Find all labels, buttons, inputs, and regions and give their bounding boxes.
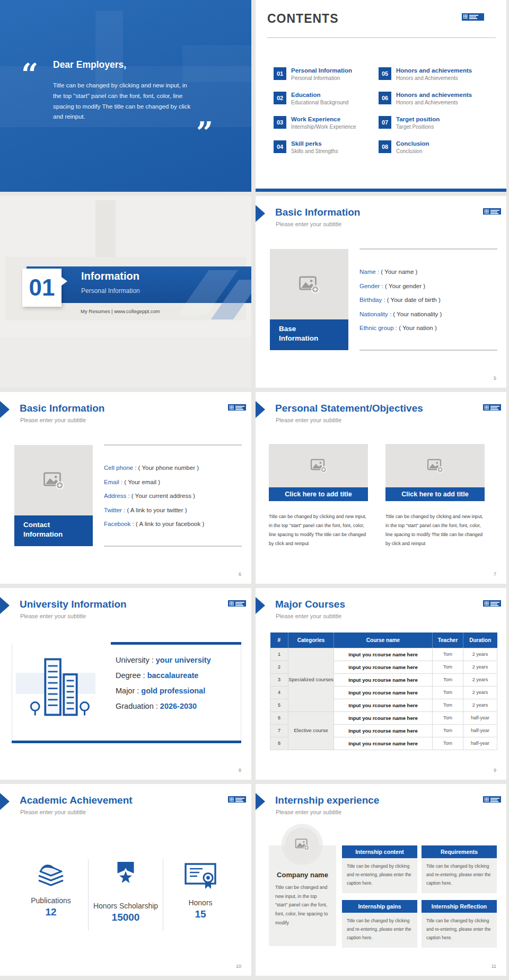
slide-university-info[interactable]: University Information Please enter your… (0, 588, 251, 780)
cover-title: Dear Employers, (53, 59, 126, 70)
field-row: Facebook : ( A link to your facebook ) (104, 521, 242, 535)
slide-personal-statement[interactable]: Personal Statement/Objectives Please ent… (256, 392, 506, 584)
column-header: Teacher (433, 632, 463, 648)
brand-logo-icon (483, 404, 501, 411)
stat-label: Honors Scholarship (89, 902, 163, 910)
add-title-button[interactable]: Click here to add title (269, 487, 368, 501)
detail-row: University : your university (116, 656, 211, 664)
cell-course: Input you rcourse name here (334, 737, 433, 750)
title-arrow-icon (256, 401, 265, 418)
page-subtitle: Please enter your subtitle (276, 417, 341, 423)
detail-value: gold professional (141, 687, 205, 695)
label-box: Base Information (270, 319, 348, 350)
fields-panel: Name : ( Your name ) Gender : ( Your gen… (359, 248, 497, 351)
cell-course: Input you rcourse name here (334, 661, 433, 673)
photo-placeholder[interactable] (385, 444, 485, 487)
field-row: Ethnic group : ( Your nation ) (359, 325, 497, 339)
toc-item[interactable]: 04 Skill perks Skills and Strengths (274, 140, 379, 154)
page-number: 8 (239, 768, 241, 773)
books-icon (34, 861, 68, 888)
page-subtitle: Please enter your subtitle (276, 221, 341, 227)
page-number: 11 (492, 964, 496, 969)
statement-block: Click here to add title Title can be cha… (385, 444, 485, 549)
photo-placeholder[interactable] (270, 249, 348, 319)
toc-item[interactable]: 05 Honors and achievements Honors and Ac… (379, 67, 484, 81)
slide-internship-experience[interactable]: Internship experience Please enter your … (256, 784, 506, 976)
cell-category: Elective course (288, 711, 334, 750)
open-quote-mark: “ (21, 59, 38, 89)
toc-item-title: Skill perks (291, 140, 338, 147)
page-title: University Information (20, 599, 127, 610)
toc-item[interactable]: 07 Target position Target Positions (379, 116, 484, 130)
cell-teacher: Tom (433, 686, 463, 699)
cell-number: 1 (270, 648, 288, 661)
field-row: Cell phone : ( Your phone number ) (104, 465, 242, 479)
photo-placeholder[interactable] (269, 444, 368, 487)
page-number: 9 (494, 768, 496, 773)
slide-basic-info-contact[interactable]: Basic Information Please enter your subt… (0, 392, 251, 584)
company-photo-placeholder[interactable] (285, 827, 319, 861)
slide-cover-quote[interactable]: “ Dear Employers, Title can be changed b… (0, 0, 251, 192)
cell-number: 3 (270, 673, 288, 686)
cell-course: Input you rcourse name here (334, 673, 433, 686)
university-building-icon (24, 656, 98, 719)
close-quote-mark: ” (196, 118, 213, 147)
column-header: Categories (288, 632, 334, 648)
toc-item-title: Personal Information (291, 67, 352, 74)
slide-basic-info-base[interactable]: Basic Information Please enter your subt… (256, 196, 506, 388)
fields-panel: Cell phone : ( Your phone number ) Email… (104, 444, 242, 547)
field-colon: : (133, 465, 138, 471)
slide-section-cover[interactable]: 01 Information Personal Information My R… (0, 196, 251, 388)
card-header: Internship content (342, 845, 417, 858)
brand-logo-icon (228, 404, 246, 411)
slide-major-courses[interactable]: Major Courses Please enter your subtitle… (256, 588, 506, 780)
slide-contents[interactable]: CONTENTS 01 Personal Information Persona… (256, 0, 506, 192)
toc-number-badge: 05 (379, 67, 391, 80)
detail-value: baccalaureate (147, 671, 199, 680)
toc-item[interactable]: 03 Work Experience Internship/Work Exper… (274, 116, 379, 130)
field-value: ( Your gender ) (385, 283, 425, 289)
image-placeholder-icon (310, 457, 327, 474)
stat-label: Honors (163, 898, 238, 907)
field-label: Birthday (359, 297, 382, 303)
building-silhouette (0, 337, 251, 388)
table-header-row: # Categories Course name Teacher Duratio… (270, 632, 497, 648)
achievement-stats: Publications 12 Honors Scholarship 15000… (14, 859, 238, 931)
cell-number: 8 (270, 737, 288, 750)
photo-placeholder[interactable] (14, 445, 93, 515)
toc-number-badge: 02 (274, 92, 286, 104)
section-number: 01 (22, 269, 62, 307)
building-silhouette (182, 45, 251, 82)
detail-colon: : (135, 687, 141, 695)
toc-number-badge: 08 (379, 140, 391, 153)
company-name: Company name (269, 871, 336, 879)
cell-course: Input you rcourse name here (334, 648, 433, 661)
toc-item[interactable]: 08 Conclusion Conclusion (379, 140, 484, 154)
toc-number-badge: 04 (274, 140, 286, 153)
footer-text: My Resumes | www.collegeppt.com (81, 308, 160, 314)
detail-value: your university (156, 656, 211, 664)
cell-duration: 2 years (463, 661, 497, 673)
toc-item-subtitle: Conclusion (396, 148, 429, 154)
toc-item[interactable]: 02 Education Educational Background (274, 92, 379, 105)
field-row: Address : ( Your current address ) (104, 493, 242, 507)
card-header: Requirements (422, 845, 497, 858)
slide-academic-achievement[interactable]: Academic Achievement Please enter your s… (0, 784, 251, 976)
field-value: ( A link to your twitter ) (127, 507, 187, 513)
toc-number-badge: 07 (379, 116, 391, 129)
title-arrow-icon (0, 401, 10, 418)
section-subtitle: Personal Information (81, 287, 140, 295)
brand-logo-icon (483, 796, 501, 803)
toc-item[interactable]: 01 Personal Information Personal Informa… (274, 67, 379, 81)
page-title: Internship experience (275, 795, 379, 806)
detail-label: Degree (116, 671, 141, 680)
certificate-icon (184, 861, 217, 890)
cell-teacher: Tom (433, 699, 463, 711)
toc-item-title: Education (291, 92, 348, 99)
page-subtitle: Please enter your subtitle (276, 809, 341, 815)
field-value: ( Your name ) (381, 269, 417, 275)
add-title-button[interactable]: Click here to add title (385, 487, 485, 501)
toc-item[interactable]: 06 Honors and achievements Honors and Ac… (379, 92, 484, 105)
cell-teacher: Tom (433, 724, 463, 737)
cell-duration: 2 years (463, 699, 497, 711)
